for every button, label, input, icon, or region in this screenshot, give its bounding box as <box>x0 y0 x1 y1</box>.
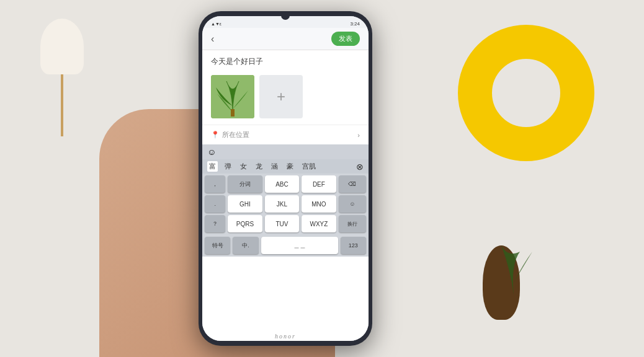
key-label: 123 <box>349 242 358 249</box>
emoji-icon: ☺ <box>349 201 355 207</box>
key-label: DEF <box>313 181 325 188</box>
key-label: 换行 <box>347 221 357 227</box>
emoji-toolbar-button[interactable]: ☺ <box>207 147 216 157</box>
location-arrow-icon: › <box>357 131 360 139</box>
location-pin-icon: 📍 <box>211 131 220 139</box>
key-mno[interactable]: MNO <box>302 195 336 213</box>
key-enter[interactable]: 换行 <box>339 215 366 232</box>
space-underline: ＿＿ <box>293 241 306 250</box>
signal-indicator: ▲▼ε <box>211 22 221 26</box>
suggestion-item-6[interactable]: 宫肌 <box>300 161 318 172</box>
back-button[interactable]: ‹ <box>211 33 214 45</box>
key-label: TUV <box>275 221 288 227</box>
add-image-button[interactable]: + <box>259 75 303 118</box>
keyboard-area: ☺ 富 弹 女 龙 涵 豪 宫肌 ⊗ <box>202 144 369 257</box>
key-def[interactable]: DEF <box>302 175 336 193</box>
text-input-area[interactable]: 今天是个好日子 <box>202 50 369 75</box>
key-emoji[interactable]: ☺ <box>339 195 366 213</box>
keyboard-rows: ， 分词 ABC DEF ⌫ <box>202 174 369 237</box>
publish-button[interactable]: 发表 <box>331 32 360 46</box>
key-chinese-mode[interactable]: 中. <box>233 237 258 254</box>
yellow-ring-decoration <box>458 25 594 161</box>
keyboard-toolbar: ☺ <box>202 144 369 159</box>
suggestion-delete-icon[interactable]: ⊗ <box>356 162 364 172</box>
key-special-punct[interactable]: ， <box>205 175 225 193</box>
key-fenzi[interactable]: 分词 <box>228 175 262 193</box>
key-backspace[interactable]: ⌫ <box>339 175 366 193</box>
key-label: ？ <box>212 220 218 228</box>
notch <box>281 11 290 20</box>
keyboard-bottom-row: 特号 中. ＿＿ 123 <box>202 237 369 257</box>
key-label: 特号 <box>212 242 223 250</box>
key-label: MNO <box>311 201 326 208</box>
key-jkl[interactable]: JKL <box>265 195 299 213</box>
key-label: ABC <box>275 181 288 188</box>
scene: ▲▼ε 3:24 ‹ 发表 今天是个好日子 <box>0 0 644 357</box>
app-header: ‹ 发表 <box>202 28 369 50</box>
suggestion-item-3[interactable]: 龙 <box>254 161 264 172</box>
image-row: + <box>202 75 369 125</box>
keyboard-row-2: . GHI JKL MNO ☺ <box>205 195 366 213</box>
key-tuv[interactable]: TUV <box>265 215 299 232</box>
key-space[interactable]: ＿＿ <box>261 237 338 254</box>
key-label: JKL <box>277 201 287 208</box>
key-pqrs[interactable]: PQRS <box>228 215 262 232</box>
key-ghi[interactable]: GHI <box>228 195 262 213</box>
key-question[interactable]: ？ <box>205 215 225 232</box>
suggestion-bar: 富 弹 女 龙 涵 豪 宫肌 ⊗ <box>202 159 369 174</box>
key-label: 分词 <box>239 180 251 188</box>
key-label: ， <box>212 180 218 188</box>
phone-frame: ▲▼ε 3:24 ‹ 发表 今天是个好日子 <box>199 11 372 346</box>
keyboard-row-3: ？ PQRS TUV WXYZ <box>205 215 366 232</box>
suggestion-item-5[interactable]: 豪 <box>285 161 295 172</box>
key-symbols[interactable]: 特号 <box>205 237 230 254</box>
key-label: WXYZ <box>310 221 328 227</box>
key-abc[interactable]: ABC <box>265 175 299 193</box>
key-wxyz[interactable]: WXYZ <box>302 215 336 232</box>
location-text: 所在位置 <box>222 130 249 139</box>
image-thumbnail[interactable] <box>211 75 254 118</box>
location-label-group: 📍 所在位置 <box>211 130 249 139</box>
suggestion-item-4[interactable]: 涵 <box>269 161 280 172</box>
key-period[interactable]: . <box>205 195 225 213</box>
post-text: 今天是个好日子 <box>211 57 263 66</box>
lamp-decoration <box>37 19 87 143</box>
key-label: PQRS <box>236 221 254 227</box>
suggestion-item-2[interactable]: 女 <box>238 161 249 172</box>
phone-brand-label: honor <box>275 333 296 340</box>
content-area: 今天是个好日子 + <box>202 50 369 341</box>
phone-screen: ▲▼ε 3:24 ‹ 发表 今天是个好日子 <box>202 16 369 341</box>
key-label: 中. <box>242 242 249 250</box>
branch-decoration <box>489 221 539 295</box>
key-123[interactable]: 123 <box>341 237 366 254</box>
svg-rect-1 <box>231 109 235 117</box>
key-label: . <box>214 201 216 207</box>
keyboard-row-1: ， 分词 ABC DEF ⌫ <box>205 175 366 193</box>
key-label: GHI <box>239 201 251 208</box>
suggestion-item-0[interactable]: 富 <box>207 161 218 172</box>
location-row[interactable]: 📍 所在位置 › <box>202 125 369 144</box>
backspace-icon: ⌫ <box>348 181 356 187</box>
time-display: 3:24 <box>350 21 360 27</box>
suggestion-item-1[interactable]: 弹 <box>223 161 233 172</box>
